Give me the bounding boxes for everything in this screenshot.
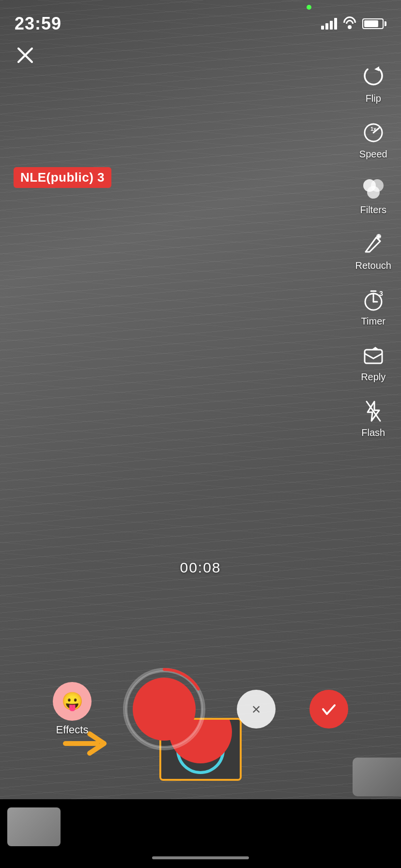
filters-button[interactable]: Filters xyxy=(359,174,387,216)
status-time: 23:59 xyxy=(15,14,62,34)
timer-button[interactable]: 3 Timer xyxy=(359,286,387,327)
thumbnail-image xyxy=(7,807,61,846)
delete-x-icon: × xyxy=(252,700,261,718)
reply-icon xyxy=(359,341,387,370)
svg-rect-17 xyxy=(365,350,382,363)
close-button[interactable] xyxy=(14,44,37,69)
signal-dot xyxy=(307,5,311,10)
right-controls: Flip 1x Speed Filters xyxy=(355,63,392,453)
flash-label: Flash xyxy=(361,427,385,438)
status-icons xyxy=(321,18,386,30)
filters-label: Filters xyxy=(360,204,386,216)
flash-button[interactable]: Flash xyxy=(359,397,387,438)
wifi-icon xyxy=(343,18,356,29)
home-indicator xyxy=(152,856,249,859)
effects-emoji-icon: 😛 xyxy=(53,682,92,721)
reply-label: Reply xyxy=(361,372,386,383)
status-bar: 23:59 xyxy=(0,0,401,39)
checkmark-icon xyxy=(319,699,339,719)
effects-button[interactable]: 😛 Effects xyxy=(53,682,92,736)
flip-icon xyxy=(359,63,387,91)
recording-time: 00:08 xyxy=(180,559,221,576)
confirm-button[interactable] xyxy=(309,690,348,728)
flip-button[interactable]: Flip xyxy=(359,63,387,104)
retouch-button[interactable]: Retouch xyxy=(355,230,392,271)
signal-bars-icon xyxy=(321,18,337,30)
reply-button[interactable]: Reply xyxy=(359,341,387,383)
flip-label: Flip xyxy=(366,93,381,104)
filters-icon xyxy=(359,174,387,202)
flash-icon xyxy=(359,397,387,425)
svg-point-6 xyxy=(367,186,380,199)
progress-arc xyxy=(122,666,207,752)
delete-button[interactable]: × xyxy=(237,690,276,728)
retouch-icon xyxy=(359,230,387,258)
battery-icon xyxy=(362,18,386,29)
bottom-right-partial-image xyxy=(353,758,401,796)
effects-label: Effects xyxy=(56,724,89,736)
retouch-label: Retouch xyxy=(355,260,392,271)
timer-label: Timer xyxy=(361,316,386,327)
timer-icon: 3 xyxy=(359,286,387,314)
speed-label: Speed xyxy=(359,149,387,160)
record-button[interactable] xyxy=(125,670,203,748)
svg-text:3: 3 xyxy=(379,290,383,297)
nle-badge: NLE(public) 3 xyxy=(14,167,111,188)
speed-button[interactable]: 1x Speed xyxy=(359,119,387,160)
controls-row: 😛 Effects × xyxy=(0,670,401,748)
speed-icon: 1x xyxy=(359,119,387,147)
bottom-left-thumbnail xyxy=(7,807,61,846)
